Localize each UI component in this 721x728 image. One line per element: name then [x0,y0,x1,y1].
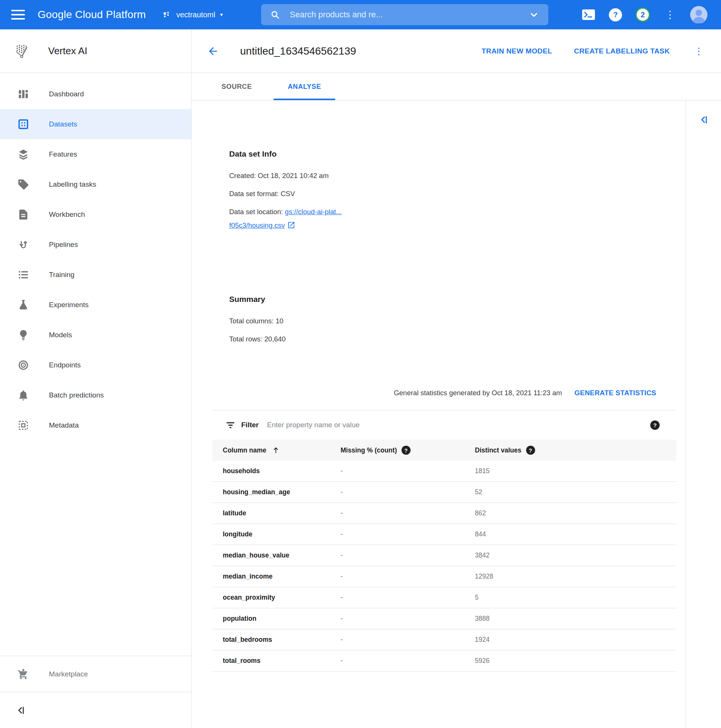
cloud-shell-icon[interactable] [582,9,595,20]
missing-help-icon[interactable]: ? [402,446,411,455]
cell-column-name: latitude [223,509,341,517]
sidebar-item-label: Experiments [49,301,89,309]
collapse-sidebar-icon[interactable] [15,705,26,716]
filter-help-icon[interactable]: ? [650,421,660,430]
column-header-distinct[interactable]: Distinct values ? [475,446,676,455]
tab-analyse[interactable]: ANALYSE [270,73,338,100]
sidebar-item-endpoints[interactable]: Endpoints [0,350,191,380]
table-row: latitude - 862 [212,503,676,524]
dataset-format: Data set format: CSV [229,187,686,200]
avatar[interactable] [690,6,707,23]
sidebar-collapse-row [0,692,191,728]
models-icon [17,329,29,341]
cell-missing: - [341,615,475,622]
cell-column-name: households [223,467,341,475]
more-options-icon[interactable]: ⋮ [663,10,677,20]
dataset-location-link-line2[interactable]: f05c3/housing.csv [229,221,285,229]
chevron-down-icon[interactable] [529,9,539,20]
sidebar-item-label: Metadata [49,421,79,430]
summary-heading: Summary [229,295,686,304]
main-area: untitled_1634546562139 TRAIN NEW MODEL C… [191,29,721,728]
sidebar-item-label: Features [49,150,77,159]
notification-badge[interactable]: 2 [635,8,650,22]
endpoints-icon [17,359,29,371]
dataset-info-heading: Data set Info [229,150,686,159]
top-app-bar: Google Cloud Platform vectrautoml ▾ Sear… [0,0,721,29]
sidebar-item-models[interactable]: Models [0,320,191,350]
tab-source[interactable]: SOURCE [203,73,270,100]
external-link-icon[interactable] [287,221,295,229]
table-row: housing_median_age - 52 [212,482,676,503]
help-icon[interactable]: ? [609,8,622,21]
statistics-generated-text: General statistics generated by Oct 18, … [394,389,562,397]
table-body: households - 1815 housing_median_age - 5… [212,461,676,671]
collapse-panel-icon[interactable] [698,114,709,125]
cell-missing: - [341,572,475,580]
marketplace-label: Marketplace [49,670,88,678]
train-new-model-button[interactable]: TRAIN NEW MODEL [482,47,552,55]
sort-ascending-icon[interactable] [272,446,280,454]
sidebar-item-labelling-tasks[interactable]: Labelling tasks [0,170,191,199]
search-placeholder: Search products and re... [290,10,383,20]
cell-missing: - [341,467,475,475]
caret-down-icon: ▾ [220,11,223,18]
sidebar-item-training[interactable]: Training [0,260,191,290]
sidebar-item-metadata[interactable]: Metadata [0,410,191,440]
table-row: ocean_proximity - 5 [212,587,676,608]
cell-distinct-values: 5926 [475,657,676,665]
column-header-missing[interactable]: Missing % (count) ? [341,446,475,455]
marketplace-cart-icon [17,668,29,680]
sidebar-item-label: Datasets [49,120,77,128]
cell-column-name: population [223,615,341,622]
workbench-icon [17,208,29,220]
table-row: households - 1815 [212,461,676,482]
create-labelling-task-button[interactable]: CREATE LABELLING TASK [574,47,670,55]
cell-column-name: housing_median_age [223,488,341,496]
batch-predictions-icon [17,389,29,401]
sidebar-item-batch-predictions[interactable]: Batch predictions [0,380,191,410]
dataset-location-link-line1[interactable]: gs://cloud-ai-plat... [285,208,342,216]
menu-icon[interactable] [11,10,25,20]
sidebar-item-experiments[interactable]: Experiments [0,290,191,320]
cell-column-name: longitude [223,531,341,538]
project-selector[interactable]: vectrautoml ▾ [162,10,223,19]
sidebar-nav: Dashboard Datasets Features Labelling ta… [0,73,191,656]
cell-distinct-values: 5 [475,593,676,601]
training-icon [17,269,29,281]
cell-distinct-values: 3842 [475,551,676,559]
cell-missing: - [341,593,475,601]
page-more-options-icon[interactable]: ⋮ [692,46,706,56]
sidebar-item-label: Labelling tasks [49,180,96,188]
sidebar-item-features[interactable]: Features [0,139,191,170]
filter-input[interactable] [267,421,650,429]
table-row: median_income - 12928 [212,566,676,587]
column-header-name[interactable]: Column name [223,446,341,454]
cell-missing: - [341,531,475,538]
analyse-panel: Data set Info Created: Oct 18, 2021 10:4… [191,101,686,728]
summary-section: Summary Total columns: 10 Total rows: 20… [191,295,686,346]
distinct-help-icon[interactable]: ? [526,446,535,455]
sidebar-item-pipelines[interactable]: Pipelines [0,229,191,260]
generate-statistics-button[interactable]: GENERATE STATISTICS [574,389,656,397]
cell-missing: - [341,636,475,644]
sidebar-header: Vertex AI [0,29,191,73]
cell-distinct-values: 12928 [475,572,676,580]
vertex-ai-logo-icon [14,43,30,60]
table-row: population - 3888 [212,608,676,629]
labelling-tasks-icon [17,179,29,190]
sidebar-item-dashboard[interactable]: Dashboard [0,79,191,109]
cell-column-name: median_house_value [223,551,341,559]
cell-column-name: median_income [223,572,341,580]
filter-icon [225,420,235,430]
table-row: total_rooms - 5926 [212,650,676,671]
cell-distinct-values: 862 [475,509,676,517]
sidebar-item-marketplace[interactable]: Marketplace [0,656,191,692]
back-arrow-icon[interactable] [207,45,219,57]
cell-missing: - [341,488,475,496]
dataset-info-section: Data set Info Created: Oct 18, 2021 10:4… [191,150,686,232]
dataset-location: Data set location: gs://cloud-ai-plat...… [229,205,686,232]
sidebar-item-workbench[interactable]: Workbench [0,199,191,229]
cell-column-name: total_bedrooms [223,636,341,644]
sidebar-item-datasets[interactable]: Datasets [0,109,191,139]
search-bar[interactable]: Search products and re... [261,4,548,25]
